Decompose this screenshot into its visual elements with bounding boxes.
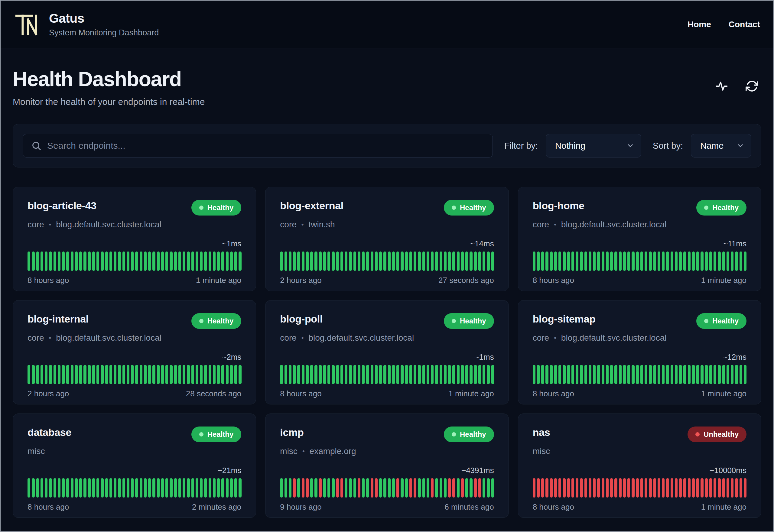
unhealthy-bar <box>602 478 604 498</box>
healthy-bar <box>336 365 339 384</box>
filter-select[interactable]: Nothing <box>546 134 641 157</box>
refresh-button[interactable] <box>746 80 758 92</box>
healthy-bar <box>314 478 317 498</box>
healthy-bar <box>127 365 129 384</box>
healthy-bar <box>478 365 481 384</box>
time-range: 9 hours ago 6 minutes ago <box>280 502 494 512</box>
endpoint-meta: misc <box>533 446 746 456</box>
healthy-bar <box>96 478 99 498</box>
unhealthy-bar <box>645 478 647 498</box>
filter-toolbar: Filter by: Nothing Sort by: Name <box>13 124 761 167</box>
healthy-bar <box>83 251 86 271</box>
status-label: Healthy <box>207 430 234 439</box>
sort-select[interactable]: Name <box>691 134 751 157</box>
endpoint-card[interactable]: blog-home Healthy core • blog.default.sv… <box>518 187 761 291</box>
healthy-bar <box>345 478 347 498</box>
healthy-bar <box>36 478 39 498</box>
endpoint-card[interactable]: blog-poll Healthy core • blog.default.sv… <box>265 300 509 404</box>
oldest-time-label: 8 hours ago <box>28 276 69 285</box>
healthy-bar <box>45 251 47 271</box>
unhealthy-bar <box>409 478 412 498</box>
endpoint-name: blog-internal <box>28 313 89 325</box>
healthy-bar <box>204 365 207 384</box>
healthy-bar <box>545 365 548 384</box>
healthy-bar <box>722 365 725 384</box>
healthy-bar <box>593 365 596 384</box>
latency-label: ~1ms <box>280 352 494 362</box>
healthy-bar <box>58 478 60 498</box>
unhealthy-bar <box>558 478 561 498</box>
healthy-bar <box>731 365 733 384</box>
unhealthy-bar <box>671 478 673 498</box>
healthy-bar <box>487 251 489 271</box>
endpoint-group: core <box>533 220 549 229</box>
healthy-bar <box>537 251 540 271</box>
unhealthy-bar <box>653 478 656 498</box>
healthy-bar <box>209 365 211 384</box>
healthy-bar <box>740 365 742 384</box>
healthy-bar <box>45 478 47 498</box>
healthy-bar <box>440 365 442 384</box>
healthy-bar <box>731 251 733 271</box>
healthy-bar <box>584 251 587 271</box>
endpoint-group: core <box>533 333 549 343</box>
healthy-bar <box>571 251 574 271</box>
healthy-bar <box>28 478 30 498</box>
endpoint-card[interactable]: blog-external Healthy core • twin.sh ~14… <box>265 187 509 291</box>
healthy-bar <box>297 478 300 498</box>
healthy-bar <box>358 365 360 384</box>
healthy-bar <box>580 251 583 271</box>
healthy-bar <box>418 478 421 498</box>
endpoint-card[interactable]: blog-sitemap Healthy core • blog.default… <box>518 300 761 404</box>
healthy-bar <box>319 365 322 384</box>
nav-link-contact[interactable]: Contact <box>729 20 760 29</box>
unhealthy-bar <box>675 478 678 498</box>
unhealthy-bar <box>576 478 578 498</box>
healthy-bar <box>584 365 587 384</box>
healthy-bar <box>627 251 630 271</box>
endpoint-card[interactable]: blog-internal Healthy core • blog.defaul… <box>13 300 256 404</box>
endpoint-name: blog-external <box>280 200 343 212</box>
brand-text: Gatus System Monitoring Dashboard <box>49 11 159 37</box>
healthy-bar <box>345 365 347 384</box>
healthy-bar <box>487 365 489 384</box>
healthy-bar <box>36 251 39 271</box>
endpoint-card[interactable]: icmp Healthy misc • example.org ~4391ms … <box>265 414 509 518</box>
latency-label: ~2ms <box>28 352 241 362</box>
healthy-bar <box>226 251 229 271</box>
healthy-bar <box>427 365 429 384</box>
healthy-bar <box>49 251 52 271</box>
healthy-bar <box>135 365 138 384</box>
healthy-bar <box>649 365 652 384</box>
nav-link-home[interactable]: Home <box>688 20 711 29</box>
activity-toggle-button[interactable] <box>715 80 728 92</box>
healthy-bar <box>204 251 207 271</box>
healthy-bar <box>465 251 468 271</box>
healthy-bar <box>45 365 47 384</box>
healthy-bar <box>92 251 95 271</box>
healthy-bar <box>157 478 160 498</box>
latest-time-label: 28 seconds ago <box>186 389 242 398</box>
healthy-bar <box>567 251 570 271</box>
healthy-bar <box>79 251 82 271</box>
healthy-bar <box>340 251 343 271</box>
healthy-bar <box>465 365 468 384</box>
healthy-bar <box>36 365 39 384</box>
endpoint-host: twin.sh <box>309 220 335 229</box>
healthy-bar <box>345 251 347 271</box>
healthy-bar <box>666 251 669 271</box>
healthy-bar <box>465 478 468 498</box>
endpoint-card[interactable]: database Healthy misc ~21ms 8 hours ago … <box>13 414 256 518</box>
endpoint-card[interactable]: blog-article-43 Healthy core • blog.defa… <box>13 187 256 291</box>
status-badge: Healthy <box>444 200 494 216</box>
endpoint-card[interactable]: nas Unhealthy misc ~10000ms 8 hours ago … <box>518 414 761 518</box>
healthy-bar <box>379 478 382 498</box>
unhealthy-bar <box>474 478 477 498</box>
healthy-bar <box>666 365 669 384</box>
search-input[interactable] <box>23 134 493 157</box>
healthy-bar <box>658 365 660 384</box>
healthy-bar <box>649 251 652 271</box>
endpoint-meta: misc <box>28 446 241 456</box>
brand-logo-icon[interactable] <box>14 11 41 38</box>
healthy-bar <box>310 478 313 498</box>
